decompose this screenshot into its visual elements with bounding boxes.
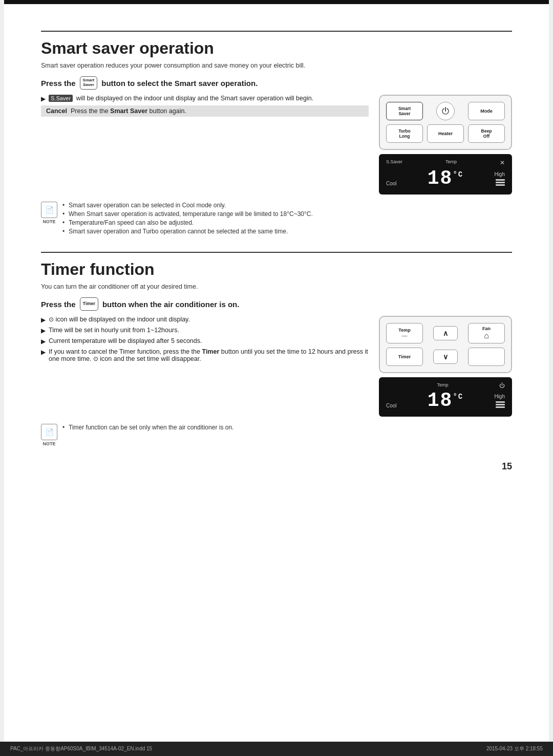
timer-bullet1-text: ⊙ icon will be displayed on the indoor u… — [49, 316, 190, 323]
timer-display-bar-2 — [496, 404, 505, 405]
note-item-2: When Smart saver operation is activated,… — [62, 210, 512, 218]
up-btn[interactable]: ∧ — [433, 326, 458, 340]
power-button[interactable] — [436, 102, 455, 120]
timer-display-bars — [496, 401, 505, 408]
display-main-row: Cool 18°C High — [386, 167, 505, 189]
cancel-box: Cancel Press the the Smart Saver button … — [41, 105, 369, 117]
cancel-label: Cancel — [46, 107, 67, 115]
timer-display-bar-1 — [496, 401, 505, 403]
bullet-arrow-t4: ▶ — [41, 349, 46, 356]
down-btn-wrap: ∨ — [427, 348, 464, 366]
timer-buttons: Temp — ∧ Fan — [386, 323, 505, 366]
timer-icon2: ⊙ — [93, 355, 98, 362]
bullet1-content: S.Saver will be displayed on the indoor … — [49, 95, 313, 102]
ssaver-tag: S.Saver — [49, 95, 73, 102]
timer-display-cool: Cool — [386, 403, 397, 412]
note-list: Smart saver operation can be selected in… — [62, 202, 512, 235]
smart-saver-bullet1: ▶ S.Saver will be displayed on the indoo… — [41, 95, 369, 102]
display-icon-x: ✕ — [500, 159, 505, 166]
smart-saver-bold: Smart Saver — [110, 107, 147, 115]
note-item-4: Smart saver operation and Turbo operatio… — [62, 228, 512, 235]
display-top-labels: S.Saver Temp ✕ — [386, 159, 505, 166]
press-suffix: button to select the Smart saver operati… — [101, 79, 258, 88]
power-icon — [441, 107, 450, 115]
down-arrow: ∨ — [443, 353, 448, 361]
cancel-text: Press the — [71, 107, 98, 115]
temp-btn[interactable]: Temp — — [386, 323, 423, 343]
smart-saver-inline-btn: Smart Saver — [80, 76, 98, 90]
temp-dash: — — [402, 333, 408, 339]
timer-note-box: 📄 NOTE Timer function can be set only wh… — [41, 424, 512, 446]
timer-press-suffix: button when the air conditioner is on. — [102, 300, 240, 309]
mode-btn[interactable]: Mode — [468, 102, 505, 120]
bullet-arrow-t1: ▶ — [41, 316, 46, 323]
page-number: 15 — [502, 461, 512, 472]
timer-display-temp: 18°C — [428, 390, 463, 412]
timer-note-icon-wrap: 📄 NOTE — [41, 424, 57, 446]
timer-display-main-row: Cool 18°C High — [386, 390, 505, 412]
footer-left: PAC_아프리카 중동향AP60S0A_IBIM_34514A-02_EN.in… — [10, 745, 152, 752]
timer-display-right: High — [494, 394, 505, 408]
smart-saver-left: ▶ S.Saver will be displayed on the indoo… — [41, 95, 369, 195]
note-icon-wrap: 📄 NOTE — [41, 202, 57, 236]
fan-icon: ⌂ — [484, 331, 489, 340]
note-item-1: Smart saver operation can be selected in… — [62, 202, 512, 209]
down-btn[interactable]: ∨ — [433, 350, 458, 364]
timer-icon: ⊙ — [49, 316, 54, 323]
turbo-long-btn[interactable]: Turbo Long — [386, 124, 423, 143]
empty-btn1[interactable] — [468, 348, 505, 366]
footer-right: 2015-04-23 오루 2:18:55 — [486, 745, 543, 752]
press-label: Press the — [41, 79, 76, 88]
bullet-arrow-t2: ▶ — [41, 327, 46, 334]
up-btn-wrap: ∧ — [427, 323, 464, 343]
timer-btn[interactable]: Timer — [386, 348, 423, 366]
timer-remote-area: Temp — ∧ Fan — [379, 316, 512, 417]
smart-saver-intro: Smart saver operation reduces your power… — [41, 62, 512, 69]
timer-bullet3: ▶ Current temperature will be displayed … — [41, 337, 369, 345]
timer-bullet1: ▶ ⊙ icon will be displayed on the indoor… — [41, 316, 369, 323]
timer-display-clock: ⏻ — [499, 382, 505, 388]
smart-saver-content-row: ▶ S.Saver will be displayed on the indoo… — [41, 95, 512, 195]
power-btn-wrap — [427, 102, 464, 120]
timer-inline-btn: Timer — [80, 297, 98, 311]
timer-bullet4-content: If you want to cancel the Timer function… — [49, 348, 369, 362]
fan-btn[interactable]: Fan ⌂ — [468, 323, 505, 343]
timer-remote: Temp — ∧ Fan — [379, 316, 512, 373]
note-label: NOTE — [41, 219, 57, 224]
timer-press-instruction: Press the Timer button when the air cond… — [41, 297, 512, 311]
heater-btn[interactable]: Heater — [427, 124, 464, 143]
smart-saver-btn[interactable]: Smart Saver — [386, 102, 423, 120]
timer-note-label: NOTE — [41, 441, 57, 446]
display-cool: Cool — [386, 181, 397, 189]
remote-buttons: Smart Saver Mode — [386, 102, 505, 143]
bullet-arrow-t3: ▶ — [41, 338, 46, 345]
timer-content-row: ▶ ⊙ icon will be displayed on the indoor… — [41, 316, 512, 417]
timer-note-item-1: Timer function can be set only when the … — [62, 424, 512, 431]
display-bar-3 — [496, 184, 505, 186]
timer-display-top-labels: Temp ⏻ — [386, 382, 505, 388]
timer-note-icon: 📄 — [41, 424, 57, 440]
timer-temp-label: Temp — [437, 382, 448, 388]
smart-saver-remote: Smart Saver Mode — [379, 95, 512, 150]
display-bar-2 — [496, 182, 505, 183]
timer-bullet2: ▶ Time will be set in hourly unit from 1… — [41, 327, 369, 334]
note-content: Smart saver operation can be selected in… — [62, 202, 512, 236]
smart-saver-display: S.Saver Temp ✕ Cool 18°C High — [379, 154, 512, 195]
display-ssaver-label: S.Saver — [386, 159, 402, 166]
up-arrow: ∧ — [443, 329, 448, 337]
beep-off-btn[interactable]: Beep Off — [468, 124, 505, 143]
display-right: High — [494, 171, 505, 186]
timer-note-list: Timer function can be set only when the … — [62, 424, 512, 431]
bullet-arrow: ▶ — [41, 95, 46, 102]
timer-display-bar-3 — [496, 406, 505, 408]
display-high: High — [494, 171, 505, 177]
timer-function-title: Timer function — [41, 260, 512, 279]
timer-display: Temp ⏻ Cool 18°C High — [379, 377, 512, 417]
smart-saver-note-box: 📄 NOTE Smart saver operation can be sele… — [41, 202, 512, 236]
note-item-3: Temperature/Fan speed can also be adjust… — [62, 219, 512, 226]
display-temp: 18°C — [428, 167, 463, 189]
timer-bullet4: ▶ If you want to cancel the Timer functi… — [41, 348, 369, 362]
display-bar-1 — [496, 179, 505, 181]
timer-note-content: Timer function can be set only when the … — [62, 424, 512, 446]
smart-saver-remote-area: Smart Saver Mode — [379, 95, 512, 195]
